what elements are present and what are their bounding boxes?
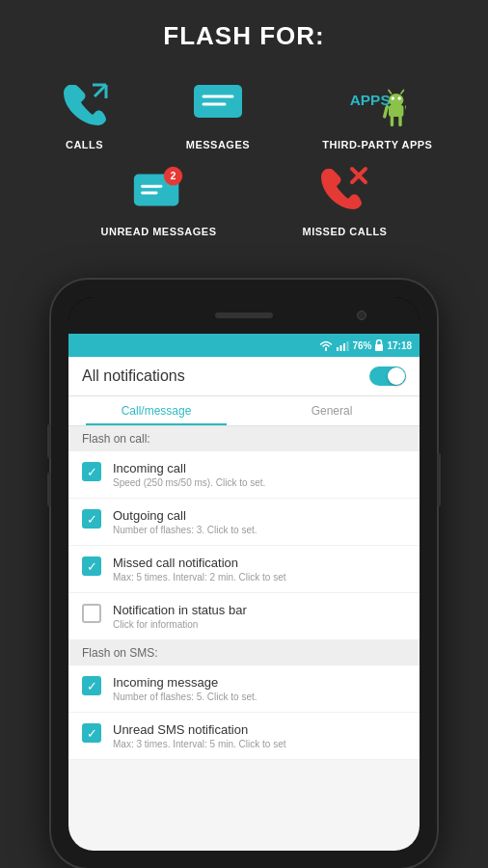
speaker-grille <box>215 312 273 318</box>
incoming-message-text: Incoming message Number of flashes: 5. C… <box>113 675 406 702</box>
flash-on-sms-header: Flash on SMS: <box>68 640 420 665</box>
unread-sms-title: Unread SMS notification <box>113 722 406 737</box>
all-notifications-toggle[interactable] <box>369 366 406 386</box>
svg-rect-3 <box>194 85 242 118</box>
volume-down-button <box>47 473 51 506</box>
feature-missed-calls[interactable]: MISSED CALLS <box>303 165 388 237</box>
outgoing-call-subtitle: Number of flashes: 3. Click to set. <box>113 525 406 535</box>
svg-line-9 <box>385 107 388 117</box>
feature-unread[interactable]: 2 UNREAD MESSAGES <box>101 165 217 237</box>
status-bar: 76% 17:18 <box>68 334 420 357</box>
flash-on-call-header: Flash on call: <box>68 426 420 451</box>
svg-point-14 <box>398 96 401 99</box>
tab-call-message[interactable]: Call/message <box>68 396 244 425</box>
volume-up-button <box>47 424 51 458</box>
notification-status-bar-text: Notification in status bar Click for inf… <box>113 603 406 630</box>
incoming-message-title: Incoming message <box>113 675 406 690</box>
battery-level: 76% <box>352 340 371 351</box>
missed-calls-label: MISSED CALLS <box>303 226 388 237</box>
svg-text:APPS: APPS <box>350 92 391 108</box>
unread-messages-icon: 2 <box>130 165 188 218</box>
svg-line-2 <box>95 85 106 96</box>
missed-calls-icon <box>316 165 374 218</box>
time-display: 17:18 <box>387 340 412 351</box>
incoming-call-subtitle: Speed (250 ms/50 ms). Click to set. <box>113 477 406 488</box>
incoming-call-item[interactable]: ✓ Incoming call Speed (250 ms/50 ms). Cl… <box>68 451 420 499</box>
phone-body: 76% 17:18 All notifications <box>51 280 437 868</box>
unread-sms-subtitle: Max: 3 times. Interval: 5 min. Click to … <box>113 739 406 749</box>
svg-text:2: 2 <box>170 170 176 181</box>
feature-calls[interactable]: CALLS <box>56 78 114 150</box>
outgoing-call-text: Outgoing call Number of flashes: 3. Clic… <box>113 508 406 535</box>
feature-messages[interactable]: MESSAGES <box>186 78 250 150</box>
missed-call-title: Missed call notification <box>113 556 406 570</box>
svg-point-13 <box>392 96 394 99</box>
apps-icon: APPS <box>348 78 406 131</box>
missed-call-text: Missed call notification Max: 5 times. I… <box>113 556 406 583</box>
missed-call-subtitle: Max: 5 times. Interval: 2 min. Click to … <box>113 572 406 583</box>
svg-rect-28 <box>375 344 383 351</box>
svg-rect-25 <box>340 345 342 351</box>
svg-rect-24 <box>337 347 339 351</box>
page-header: FLASH FOR: <box>0 0 488 68</box>
phone-screen: 76% 17:18 All notifications <box>68 297 420 851</box>
page-title: FLASH FOR: <box>163 21 324 50</box>
missed-call-checkbox[interactable]: ✓ <box>82 556 101 576</box>
svg-rect-27 <box>347 341 349 351</box>
unread-sms-item[interactable]: ✓ Unread SMS notification Max: 3 times. … <box>68 713 420 760</box>
notification-status-bar-item[interactable]: Notification in status bar Click for inf… <box>68 593 420 640</box>
tabs-bar: Call/message General <box>68 396 420 426</box>
status-icons: 76% 17:18 <box>319 339 412 351</box>
incoming-call-text: Incoming call Speed (250 ms/50 ms). Clic… <box>113 461 406 488</box>
phone-mockup: 76% 17:18 All notifications <box>51 280 437 868</box>
svg-line-16 <box>401 91 404 94</box>
features-top-row: CALLS MESSAGES APPS <box>0 68 488 160</box>
screen-content: 76% 17:18 All notifications <box>68 334 420 851</box>
notification-status-bar-checkbox[interactable] <box>82 604 101 623</box>
unread-label: UNREAD MESSAGES <box>101 226 217 237</box>
incoming-message-subtitle: Number of flashes: 5. Click to set. <box>113 692 406 702</box>
incoming-call-checkbox[interactable]: ✓ <box>82 462 101 481</box>
toggle-knob <box>388 367 405 385</box>
feature-apps[interactable]: APPS THIRD-PARTY APPS <box>322 78 432 150</box>
incoming-message-item[interactable]: ✓ Incoming message Number of flashes: 5.… <box>68 665 420 713</box>
missed-call-notification-item[interactable]: ✓ Missed call notification Max: 5 times.… <box>68 546 420 593</box>
unread-sms-checkbox[interactable]: ✓ <box>82 723 101 743</box>
svg-rect-26 <box>343 343 345 351</box>
notification-status-bar-subtitle: Click for information <box>113 619 406 630</box>
svg-point-7 <box>389 94 403 107</box>
unread-sms-text: Unread SMS notification Max: 3 times. In… <box>113 722 406 749</box>
front-camera <box>357 311 366 320</box>
app-header: All notifications <box>68 357 420 396</box>
outgoing-call-title: Outgoing call <box>113 508 406 523</box>
incoming-call-title: Incoming call <box>113 461 406 475</box>
svg-rect-8 <box>389 105 403 117</box>
features-bottom-row: 2 UNREAD MESSAGES MISSED CALLS <box>0 160 488 252</box>
messages-label: MESSAGES <box>186 139 250 150</box>
outgoing-call-item[interactable]: ✓ Outgoing call Number of flashes: 3. Cl… <box>68 499 420 546</box>
calls-icon <box>56 78 114 131</box>
calls-label: CALLS <box>66 139 103 150</box>
incoming-message-checkbox[interactable]: ✓ <box>82 676 101 695</box>
app-title: All notifications <box>82 367 185 394</box>
messages-icon <box>189 78 247 131</box>
outgoing-call-checkbox[interactable]: ✓ <box>82 509 101 529</box>
power-button <box>437 453 441 506</box>
phone-top-bezel <box>68 297 420 334</box>
apps-label: THIRD-PARTY APPS <box>322 139 432 150</box>
notification-status-bar-title: Notification in status bar <box>113 603 406 617</box>
tab-general[interactable]: General <box>244 396 420 425</box>
